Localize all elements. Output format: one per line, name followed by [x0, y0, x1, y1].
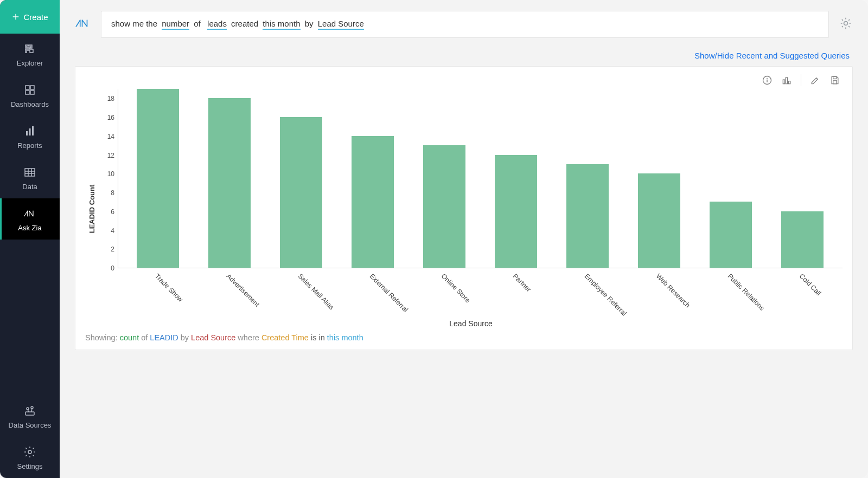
y-tick: 18: [107, 95, 114, 102]
chart-type-button[interactable]: [781, 75, 792, 86]
x-axis-row: Trade ShowAdvertisementSales Mail AliasE…: [99, 268, 843, 319]
query-token: of: [192, 19, 205, 28]
x-tick: Cold Call: [781, 272, 824, 319]
sidebar-item-label: Data Sources: [9, 421, 52, 429]
y-tick: 8: [111, 189, 114, 197]
sidebar-item-settings[interactable]: Settings: [0, 437, 60, 478]
toggle-suggested-queries-link[interactable]: Show/Hide Recent and Suggested Queries: [694, 51, 850, 60]
svg-rect-0: [25, 86, 29, 89]
sidebar-item-data-sources[interactable]: Data Sources: [0, 396, 60, 437]
query-token-lead-source: Lead Source: [318, 19, 364, 30]
settings-icon: [23, 445, 36, 458]
showing-by: by: [181, 333, 191, 342]
query-token-this-month: this month: [263, 19, 300, 30]
settings-button[interactable]: [839, 16, 853, 33]
chart-card: LEADID Count 024681012141618 Trade ShowA…: [75, 66, 853, 350]
sidebar-item-label: Dashboards: [11, 100, 49, 108]
sidebar-item-label: Ask Zia: [18, 224, 41, 232]
query-token: show me the: [111, 19, 159, 28]
svg-rect-1: [30, 86, 34, 89]
dashboards-icon: [23, 83, 36, 96]
chart-bar[interactable]: [781, 211, 824, 268]
y-tick: 2: [111, 246, 114, 253]
x-axis-label: Lead Source: [99, 319, 843, 328]
sidebar-item-label: Reports: [17, 141, 42, 150]
zia-logo-icon: [75, 17, 91, 32]
x-tick: Sales Mail Alias: [280, 272, 322, 319]
chart-bar[interactable]: [137, 89, 179, 268]
chart-bar[interactable]: [638, 173, 680, 268]
x-tick: External Referral: [352, 272, 394, 319]
info-icon: [762, 75, 773, 86]
y-tick: 4: [111, 227, 114, 235]
y-tick: 16: [107, 114, 114, 121]
showing-row: Showing: count of LEADID by Lead Source …: [85, 328, 843, 342]
svg-rect-12: [25, 412, 34, 415]
plus-icon: [11, 12, 20, 21]
y-tick: 12: [107, 152, 114, 159]
sidebar-item-data[interactable]: Data: [0, 157, 60, 198]
chart-bar[interactable]: [208, 98, 251, 268]
y-tick: 0: [111, 264, 114, 272]
svg-rect-4: [26, 131, 28, 135]
chart-edit-button[interactable]: [810, 75, 821, 86]
chart-bar[interactable]: [495, 155, 537, 268]
y-tick: 14: [107, 133, 114, 140]
svg-rect-23: [786, 77, 787, 84]
chart-info-button[interactable]: [762, 75, 773, 86]
main-content: show me the number of leads created this…: [60, 0, 868, 478]
query-input[interactable]: show me the number of leads created this…: [101, 11, 829, 38]
sidebar-spacer: [0, 240, 60, 396]
x-tick: Public Relations: [710, 272, 752, 319]
showing-isin: is in: [311, 333, 327, 342]
x-tick: Advertisement: [208, 272, 251, 319]
chart-bar[interactable]: [423, 145, 465, 268]
chart-area: LEADID Count 024681012141618 Trade ShowA…: [85, 89, 843, 328]
chart-body: 024681012141618 Trade ShowAdvertisementS…: [99, 89, 843, 328]
zia-icon: [23, 207, 36, 220]
svg-rect-5: [29, 128, 31, 135]
showing-leadsource: Lead Source: [191, 333, 235, 342]
sidebar-item-label: Explorer: [17, 59, 43, 67]
svg-rect-6: [32, 126, 34, 135]
data-sources-icon: [23, 404, 36, 417]
svg-point-13: [27, 408, 29, 410]
svg-rect-3: [30, 91, 34, 94]
app-root: Create Explorer Dashboards Reports Data …: [0, 0, 868, 478]
query-token-leads: leads: [207, 19, 227, 30]
sidebar-item-reports[interactable]: Reports: [0, 116, 60, 157]
showing-where: where: [238, 333, 261, 342]
query-token: by: [303, 19, 316, 28]
query-row: show me the number of leads created this…: [75, 11, 853, 38]
x-tick: Trade Show: [137, 272, 179, 319]
showing-label: Showing:: [85, 333, 118, 342]
svg-rect-21: [767, 80, 768, 82]
svg-rect-25: [833, 76, 837, 79]
sidebar-item-dashboards[interactable]: Dashboards: [0, 75, 60, 116]
sidebar-nav: Explorer Dashboards Reports Data Ask Zia: [0, 34, 60, 478]
svg-point-17: [28, 450, 31, 454]
plot-row: 024681012141618: [99, 89, 843, 268]
create-button[interactable]: Create: [0, 0, 60, 34]
gear-icon: [839, 16, 853, 30]
y-tick: 10: [107, 170, 114, 178]
chart-save-button[interactable]: [829, 75, 840, 86]
svg-rect-22: [783, 80, 784, 84]
showing-of: of: [141, 333, 150, 342]
sidebar-item-label: Data: [22, 183, 37, 191]
chart-bar[interactable]: [352, 136, 394, 268]
chart-bar[interactable]: [566, 164, 609, 268]
y-tick: 6: [111, 208, 114, 216]
showing-createdtime: Created Time: [261, 333, 309, 342]
svg-rect-26: [833, 81, 837, 84]
pencil-icon: [810, 75, 821, 86]
svg-point-14: [31, 406, 33, 409]
query-token: created: [229, 19, 260, 28]
svg-point-20: [767, 78, 768, 79]
chart-bar[interactable]: [710, 202, 752, 268]
x-axis: Trade ShowAdvertisementSales Mail AliasE…: [118, 268, 843, 319]
toolbar-divider: [801, 74, 801, 86]
chart-bar[interactable]: [280, 117, 322, 268]
sidebar-item-explorer[interactable]: Explorer: [0, 34, 60, 75]
sidebar-item-ask-zia[interactable]: Ask Zia: [0, 198, 60, 240]
